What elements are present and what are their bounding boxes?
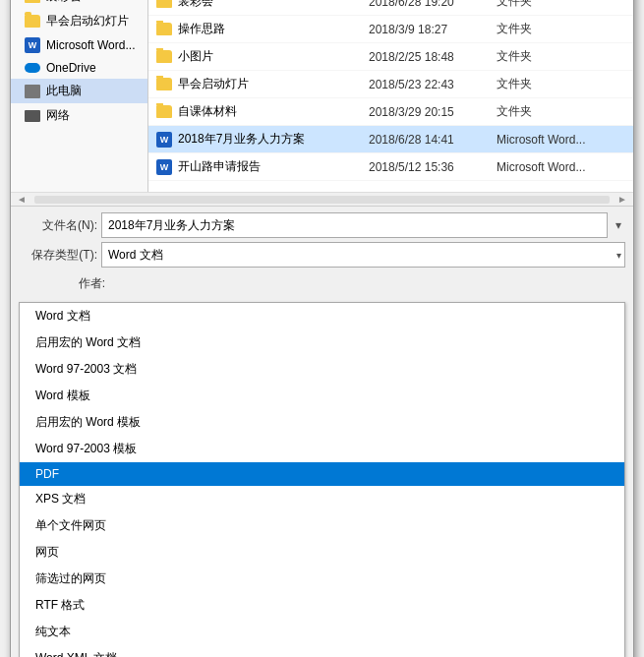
table-row[interactable]: 小图片 2018/2/25 18:48 文件夹 xyxy=(148,43,633,71)
folder-icon xyxy=(156,105,172,118)
file-name-cell: W 开山路申请报告 xyxy=(148,158,365,175)
file-type-cell: Microsoft Word... xyxy=(493,133,601,147)
horizontal-scrollbar[interactable]: ◄ ► xyxy=(11,192,633,206)
filename-dropdown-btn[interactable]: ▾ xyxy=(612,218,625,232)
file-name: 早会启动灯片 xyxy=(178,76,249,92)
file-type-cell: 文件夹 xyxy=(493,76,601,92)
file-date-cell: 2018/3/9 18:27 xyxy=(365,23,493,36)
sidebar-item-label: 早会启动幻灯片 xyxy=(46,13,129,30)
filename-row: 文件名(N): ▾ xyxy=(19,212,625,238)
file-name: 操作思路 xyxy=(178,21,225,37)
filename-label: 文件名(N): xyxy=(19,217,97,234)
word-icon: W xyxy=(156,132,172,148)
sidebar: 6 11 裴彩会 早会启动幻灯片 W Microsoft Word... One… xyxy=(11,0,148,192)
sidebar-item-label: Microsoft Word... xyxy=(46,38,135,52)
word-icon: W xyxy=(156,159,172,175)
file-type-cell: 文件夹 xyxy=(493,0,601,10)
table-row[interactable]: 操作思路 2018/3/9 18:27 文件夹 xyxy=(148,16,633,43)
sidebar-item-onedrive[interactable]: OneDrive xyxy=(11,57,147,79)
folder-icon xyxy=(25,15,40,28)
dropdown-item[interactable]: RTF 格式 xyxy=(20,592,624,619)
dropdown-item[interactable]: Word 文档 xyxy=(20,303,624,329)
sidebar-item-thispc[interactable]: 此电脑 xyxy=(11,79,147,103)
filename-input[interactable] xyxy=(101,212,608,238)
filetype-row: 保存类型(T): Word 文档启用宏的 Word 文档Word 97-2003… xyxy=(19,242,625,268)
folder-icon xyxy=(156,78,172,90)
file-type-cell: Microsoft Word... xyxy=(493,160,601,174)
filetype-select-wrapper: Word 文档启用宏的 Word 文档Word 97-2003 文档Word 模… xyxy=(101,242,625,268)
save-as-dialog: W 另存为 ─ □ ✕ ‹ › ↑ OS (C:) › 用户 › ASUS › … xyxy=(10,0,634,657)
dropdown-item[interactable]: XPS 文档 xyxy=(20,486,624,512)
main-content: 6 11 裴彩会 早会启动幻灯片 W Microsoft Word... One… xyxy=(11,0,633,192)
dropdown-item[interactable]: Word XML 文档 xyxy=(20,645,624,657)
dropdown-item[interactable]: 启用宏的 Word 模板 xyxy=(20,409,624,436)
dropdown-menu: Word 文档启用宏的 Word 文档Word 97-2003 文档Word 模… xyxy=(19,302,625,657)
bottom-form: 文件名(N): ▾ 保存类型(T): Word 文档启用宏的 Word 文档Wo… xyxy=(11,206,633,302)
file-type-cell: 文件夹 xyxy=(493,21,601,37)
dropdown-item[interactable]: 启用宏的 Word 文档 xyxy=(20,329,624,356)
table-row[interactable]: W 2018年7月业务人力方案 2018/6/28 14:41 Microsof… xyxy=(148,126,633,153)
folder-icon xyxy=(156,50,172,63)
dropdown-item[interactable]: 筛选过的网页 xyxy=(20,566,624,592)
dropdown-item[interactable]: 网页 xyxy=(20,539,624,566)
word-icon: W xyxy=(25,37,40,53)
file-name: 自课体材料 xyxy=(178,103,237,120)
dropdown-item[interactable]: PDF xyxy=(20,462,624,486)
onedrive-icon xyxy=(25,63,40,73)
file-rows-container: 1 2018/5/16 23:22 文件夹 裴彩会 2018/6/28 19:2… xyxy=(148,0,633,181)
sidebar-item-pci[interactable]: 裴彩会 xyxy=(11,0,147,9)
sidebar-item-label: 网络 xyxy=(46,107,70,124)
dropdown-item[interactable]: Word 97-2003 模板 xyxy=(20,436,624,462)
file-name-cell: 操作思路 xyxy=(148,21,365,37)
sidebar-item-label: 裴彩会 xyxy=(46,0,82,5)
file-name-cell: 自课体材料 xyxy=(148,103,365,120)
dropdown-item[interactable]: 单个文件网页 xyxy=(20,512,624,539)
file-date-cell: 2018/5/23 22:43 xyxy=(365,78,493,91)
table-row[interactable]: 早会启动灯片 2018/5/23 22:43 文件夹 xyxy=(148,71,633,98)
file-date-cell: 2018/6/28 14:41 xyxy=(365,133,493,147)
sidebar-item-network[interactable]: 网络 xyxy=(11,103,147,128)
file-list: 名称 ▲ 修改日期 类型 1 2018/5/16 23:22 文件夹 裴彩会 2… xyxy=(148,0,633,192)
file-name-cell: 早会启动灯片 xyxy=(148,76,365,92)
sidebar-item-word[interactable]: W Microsoft Word... xyxy=(11,33,147,57)
folder-icon xyxy=(156,0,172,8)
table-row[interactable]: 自课体材料 2018/3/29 20:15 文件夹 xyxy=(148,98,633,126)
file-name: 开山路申请报告 xyxy=(178,158,261,175)
dropdown-item[interactable]: Word 97-2003 文档 xyxy=(20,356,624,383)
pc-icon xyxy=(25,85,40,98)
folder-icon xyxy=(25,0,40,3)
file-date-cell: 2018/5/12 15:36 xyxy=(365,160,493,174)
file-name: 裴彩会 xyxy=(178,0,213,10)
filetype-select[interactable]: Word 文档启用宏的 Word 文档Word 97-2003 文档Word 模… xyxy=(101,242,625,268)
file-date-cell: 2018/3/29 20:15 xyxy=(365,105,493,119)
author-row: 作者: xyxy=(19,271,625,296)
folder-icon xyxy=(156,23,172,35)
table-row[interactable]: W 开山路申请报告 2018/5/12 15:36 Microsoft Word… xyxy=(148,153,633,181)
dropdown-item[interactable]: Word 模板 xyxy=(20,383,624,409)
file-name-cell: 小图片 xyxy=(148,48,365,65)
file-name-cell: 裴彩会 xyxy=(148,0,365,10)
file-name: 2018年7月业务人力方案 xyxy=(178,131,305,148)
file-date-cell: 2018/2/25 18:48 xyxy=(365,50,493,64)
file-date-cell: 2018/6/28 19:20 xyxy=(365,0,493,9)
file-name-cell: W 2018年7月业务人力方案 xyxy=(148,131,365,148)
file-name: 小图片 xyxy=(178,48,213,65)
sidebar-item-label: OneDrive xyxy=(46,61,96,75)
network-icon xyxy=(25,110,40,122)
sidebar-item-morning[interactable]: 早会启动幻灯片 xyxy=(11,9,147,33)
table-row[interactable]: 裴彩会 2018/6/28 19:20 文件夹 xyxy=(148,0,633,16)
author-label: 作者: xyxy=(27,275,105,292)
file-type-cell: 文件夹 xyxy=(493,103,601,120)
sidebar-item-label: 此电脑 xyxy=(46,83,82,99)
filetype-label: 保存类型(T): xyxy=(19,247,97,264)
file-type-cell: 文件夹 xyxy=(493,48,601,65)
dropdown-item[interactable]: 纯文本 xyxy=(20,619,624,645)
